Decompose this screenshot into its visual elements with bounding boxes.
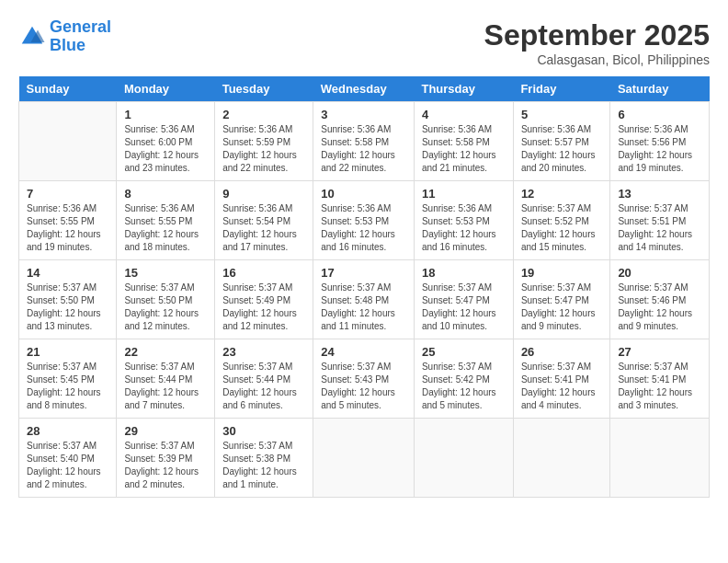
weekday-header-friday: Friday — [513, 76, 610, 102]
calendar-cell: 30Sunrise: 5:37 AM Sunset: 5:38 PM Dayli… — [215, 419, 313, 498]
calendar-cell: 21Sunrise: 5:37 AM Sunset: 5:45 PM Dayli… — [19, 339, 117, 419]
calendar-cell: 2Sunrise: 5:36 AM Sunset: 5:59 PM Daylig… — [215, 102, 313, 181]
calendar-cell: 22Sunrise: 5:37 AM Sunset: 5:44 PM Dayli… — [117, 339, 215, 419]
day-number: 27 — [618, 345, 701, 359]
calendar-cell: 14Sunrise: 5:37 AM Sunset: 5:50 PM Dayli… — [19, 260, 117, 339]
day-number: 19 — [521, 266, 603, 280]
calendar-cell: 4Sunrise: 5:36 AM Sunset: 5:58 PM Daylig… — [414, 102, 513, 181]
day-info: Sunrise: 5:36 AM Sunset: 5:58 PM Dayligh… — [422, 123, 506, 175]
calendar-cell — [313, 419, 415, 498]
day-info: Sunrise: 5:36 AM Sunset: 5:53 PM Dayligh… — [321, 202, 406, 254]
day-info: Sunrise: 5:37 AM Sunset: 5:39 PM Dayligh… — [124, 440, 207, 491]
calendar-cell: 1Sunrise: 5:36 AM Sunset: 6:00 PM Daylig… — [117, 102, 215, 181]
calendar-cell: 13Sunrise: 5:37 AM Sunset: 5:51 PM Dayli… — [610, 181, 710, 260]
day-info: Sunrise: 5:37 AM Sunset: 5:41 PM Dayligh… — [521, 361, 603, 412]
logo-icon — [18, 23, 46, 51]
calendar-cell: 16Sunrise: 5:37 AM Sunset: 5:49 PM Dayli… — [215, 260, 313, 339]
weekday-header-sunday: Sunday — [19, 76, 117, 102]
calendar-cell: 25Sunrise: 5:37 AM Sunset: 5:42 PM Dayli… — [414, 339, 513, 419]
day-number: 20 — [618, 266, 701, 280]
day-number: 17 — [321, 266, 406, 280]
logo-line1: General — [50, 17, 111, 36]
calendar-cell: 24Sunrise: 5:37 AM Sunset: 5:43 PM Dayli… — [313, 339, 415, 419]
weekday-header-tuesday: Tuesday — [215, 76, 313, 102]
day-info: Sunrise: 5:36 AM Sunset: 5:54 PM Dayligh… — [222, 202, 305, 254]
header: General Blue September 2025 Calasgasan, … — [18, 18, 710, 67]
day-info: Sunrise: 5:36 AM Sunset: 5:53 PM Dayligh… — [422, 202, 506, 254]
day-number: 3 — [321, 108, 406, 121]
calendar-week-row: 21Sunrise: 5:37 AM Sunset: 5:45 PM Dayli… — [19, 339, 710, 419]
calendar-cell: 6Sunrise: 5:36 AM Sunset: 5:56 PM Daylig… — [610, 102, 710, 181]
day-number: 13 — [618, 187, 701, 201]
day-number: 22 — [124, 345, 207, 359]
day-info: Sunrise: 5:37 AM Sunset: 5:43 PM Dayligh… — [321, 361, 406, 412]
day-info: Sunrise: 5:37 AM Sunset: 5:51 PM Dayligh… — [618, 202, 701, 254]
day-info: Sunrise: 5:37 AM Sunset: 5:42 PM Dayligh… — [422, 361, 506, 412]
calendar-cell: 7Sunrise: 5:36 AM Sunset: 5:55 PM Daylig… — [19, 181, 117, 260]
day-number: 24 — [321, 345, 406, 359]
day-info: Sunrise: 5:37 AM Sunset: 5:49 PM Dayligh… — [222, 282, 305, 333]
day-info: Sunrise: 5:36 AM Sunset: 5:59 PM Dayligh… — [222, 123, 305, 175]
day-info: Sunrise: 5:37 AM Sunset: 5:41 PM Dayligh… — [618, 361, 701, 412]
day-info: Sunrise: 5:36 AM Sunset: 6:00 PM Dayligh… — [124, 123, 207, 175]
day-number: 10 — [321, 187, 406, 201]
calendar-cell — [610, 419, 710, 498]
day-number: 14 — [27, 266, 108, 280]
calendar-table: SundayMondayTuesdayWednesdayThursdayFrid… — [18, 76, 710, 498]
calendar-cell: 28Sunrise: 5:37 AM Sunset: 5:40 PM Dayli… — [19, 419, 117, 498]
calendar-cell: 15Sunrise: 5:37 AM Sunset: 5:50 PM Dayli… — [117, 260, 215, 339]
calendar-cell: 18Sunrise: 5:37 AM Sunset: 5:47 PM Dayli… — [414, 260, 513, 339]
day-number: 4 — [422, 108, 506, 121]
day-number: 25 — [422, 345, 506, 359]
logo-line2: Blue — [50, 36, 85, 54]
day-number: 2 — [222, 108, 305, 121]
calendar-title: September 2025 — [484, 18, 710, 52]
day-info: Sunrise: 5:37 AM Sunset: 5:40 PM Dayligh… — [27, 440, 108, 491]
day-info: Sunrise: 5:37 AM Sunset: 5:50 PM Dayligh… — [27, 282, 108, 333]
day-info: Sunrise: 5:37 AM Sunset: 5:48 PM Dayligh… — [321, 282, 406, 333]
day-number: 11 — [422, 187, 506, 201]
calendar-cell — [19, 102, 117, 181]
weekday-header-wednesday: Wednesday — [313, 76, 415, 102]
day-info: Sunrise: 5:36 AM Sunset: 5:55 PM Dayligh… — [27, 202, 108, 254]
calendar-cell: 20Sunrise: 5:37 AM Sunset: 5:46 PM Dayli… — [610, 260, 710, 339]
day-number: 8 — [124, 187, 207, 201]
logo: General Blue — [18, 18, 111, 55]
day-info: Sunrise: 5:36 AM Sunset: 5:57 PM Dayligh… — [521, 123, 603, 175]
day-number: 1 — [124, 108, 207, 121]
day-number: 21 — [27, 345, 108, 359]
day-number: 28 — [27, 424, 108, 438]
calendar-cell — [414, 419, 513, 498]
weekday-header-thursday: Thursday — [414, 76, 513, 102]
day-info: Sunrise: 5:37 AM Sunset: 5:47 PM Dayligh… — [422, 282, 506, 333]
day-info: Sunrise: 5:36 AM Sunset: 5:56 PM Dayligh… — [618, 123, 701, 175]
day-number: 5 — [521, 108, 603, 121]
day-info: Sunrise: 5:37 AM Sunset: 5:38 PM Dayligh… — [222, 440, 305, 491]
calendar-week-row: 1Sunrise: 5:36 AM Sunset: 6:00 PM Daylig… — [19, 102, 710, 181]
calendar-cell: 26Sunrise: 5:37 AM Sunset: 5:41 PM Dayli… — [513, 339, 610, 419]
calendar-cell: 9Sunrise: 5:36 AM Sunset: 5:54 PM Daylig… — [215, 181, 313, 260]
calendar-cell: 27Sunrise: 5:37 AM Sunset: 5:41 PM Dayli… — [610, 339, 710, 419]
day-number: 23 — [222, 345, 305, 359]
calendar-cell: 5Sunrise: 5:36 AM Sunset: 5:57 PM Daylig… — [513, 102, 610, 181]
calendar-subtitle: Calasgasan, Bicol, Philippines — [484, 52, 710, 67]
logo-text: General Blue — [50, 18, 111, 55]
calendar-cell: 17Sunrise: 5:37 AM Sunset: 5:48 PM Dayli… — [313, 260, 415, 339]
title-area: September 2025 Calasgasan, Bicol, Philip… — [484, 18, 710, 67]
day-info: Sunrise: 5:37 AM Sunset: 5:52 PM Dayligh… — [521, 202, 603, 254]
day-number: 12 — [521, 187, 603, 201]
calendar-cell: 23Sunrise: 5:37 AM Sunset: 5:44 PM Dayli… — [215, 339, 313, 419]
calendar-week-row: 28Sunrise: 5:37 AM Sunset: 5:40 PM Dayli… — [19, 419, 710, 498]
day-number: 26 — [521, 345, 603, 359]
calendar-cell: 10Sunrise: 5:36 AM Sunset: 5:53 PM Dayli… — [313, 181, 415, 260]
weekday-header-saturday: Saturday — [610, 76, 710, 102]
day-info: Sunrise: 5:37 AM Sunset: 5:46 PM Dayligh… — [618, 282, 701, 333]
calendar-cell: 19Sunrise: 5:37 AM Sunset: 5:47 PM Dayli… — [513, 260, 610, 339]
calendar-week-row: 14Sunrise: 5:37 AM Sunset: 5:50 PM Dayli… — [19, 260, 710, 339]
day-number: 15 — [124, 266, 207, 280]
day-info: Sunrise: 5:37 AM Sunset: 5:45 PM Dayligh… — [27, 361, 108, 412]
calendar-cell — [513, 419, 610, 498]
calendar-cell: 11Sunrise: 5:36 AM Sunset: 5:53 PM Dayli… — [414, 181, 513, 260]
day-number: 7 — [27, 187, 108, 201]
calendar-cell: 12Sunrise: 5:37 AM Sunset: 5:52 PM Dayli… — [513, 181, 610, 260]
